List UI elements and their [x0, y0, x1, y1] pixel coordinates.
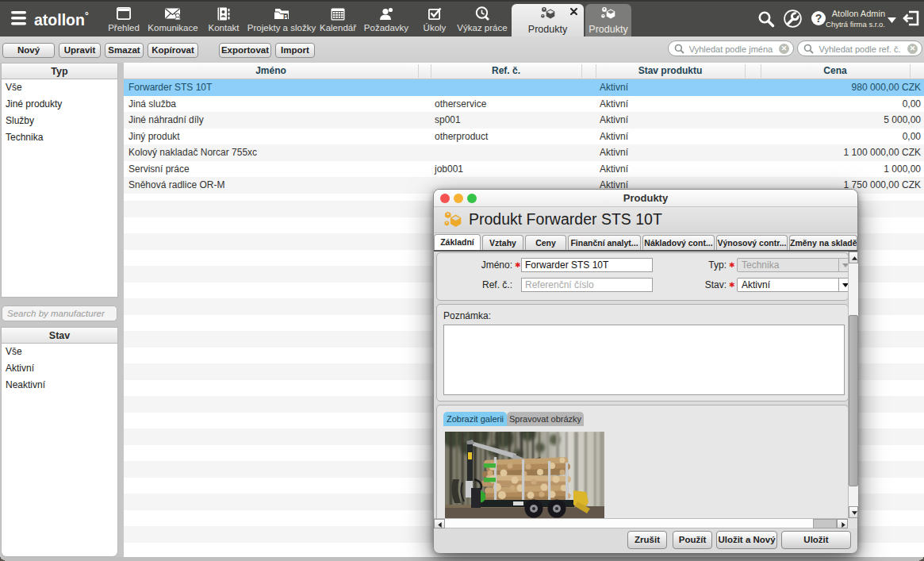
- svg-text:P: P: [283, 13, 288, 20]
- svg-text:?: ?: [815, 12, 822, 25]
